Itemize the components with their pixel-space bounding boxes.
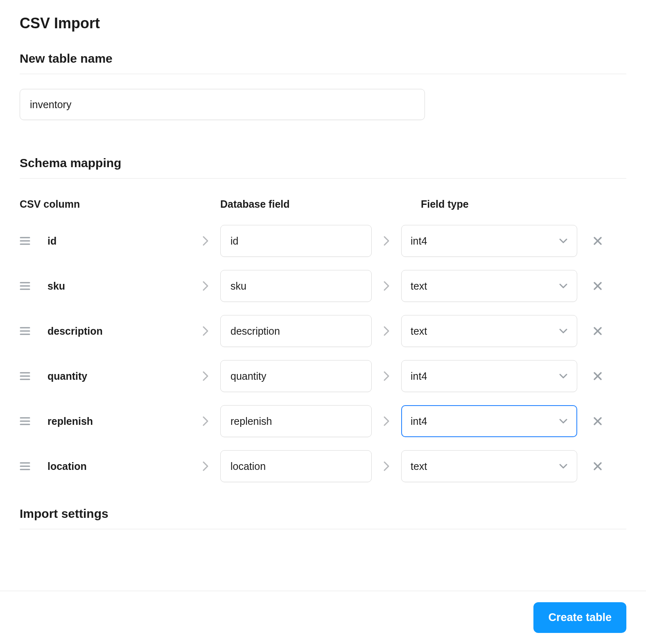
chevron-down-icon [559,328,568,334]
mapping-row: id int4 [20,225,626,257]
chevron-down-icon [559,283,568,289]
section-schema-mapping: Schema mapping CSV column Database field… [20,156,626,482]
field-type-value: text [411,325,427,337]
chevron-right-icon [372,281,401,291]
chevron-right-icon [372,416,401,426]
chevron-right-icon [372,236,401,246]
database-field-input[interactable] [220,450,372,482]
chevron-right-icon [191,416,220,426]
csv-column-label: quantity [47,370,191,382]
field-type-select[interactable]: text [401,315,577,347]
close-icon [593,236,603,246]
chevron-right-icon [372,461,401,472]
chevron-right-icon [191,281,220,291]
page-title: CSV Import [20,15,626,32]
remove-row-button[interactable] [590,458,606,474]
field-type-select[interactable]: int4 [401,360,577,392]
remove-row-button[interactable] [590,413,606,429]
mapping-row: sku text [20,270,626,302]
mapping-row: replenish int4 [20,405,626,437]
table-name-input[interactable] [20,89,425,120]
field-type-value: int4 [411,370,427,382]
import-settings-heading: Import settings [20,507,626,529]
remove-row-button[interactable] [590,368,606,384]
footer-bar: Create table [0,591,646,644]
field-type-select[interactable]: int4 [401,225,577,257]
database-field-input[interactable] [220,315,372,347]
section-import-settings: Import settings [20,507,626,529]
csv-column-label: replenish [47,415,191,427]
field-type-select[interactable]: text [401,270,577,302]
mapping-rows-container: id int4 [20,225,626,482]
close-icon [593,416,603,426]
mapping-row: location text [20,450,626,482]
remove-row-button[interactable] [590,278,606,294]
field-type-value: int4 [411,235,427,247]
field-type-select[interactable]: text [401,450,577,482]
csv-column-label: sku [47,280,191,292]
field-type-value: text [411,280,427,292]
drag-handle-icon[interactable] [20,462,47,471]
database-field-input[interactable] [220,270,372,302]
mapping-row: quantity int4 [20,360,626,392]
chevron-right-icon [191,236,220,246]
csv-column-label: description [47,325,191,337]
chevron-right-icon [372,326,401,336]
header-field-type: Field type [421,198,597,210]
close-icon [593,461,603,471]
chevron-down-icon [559,463,568,469]
remove-row-button[interactable] [590,233,606,249]
database-field-input[interactable] [220,405,372,437]
drag-handle-icon[interactable] [20,417,47,426]
csv-column-label: id [47,235,191,247]
schema-column-headers: CSV column Database field Field type [20,198,626,210]
chevron-right-icon [191,371,220,381]
table-name-heading: New table name [20,52,626,74]
close-icon [593,326,603,336]
field-type-value: text [411,460,427,472]
drag-handle-icon[interactable] [20,236,47,245]
drag-handle-icon[interactable] [20,281,47,290]
database-field-input[interactable] [220,360,372,392]
remove-row-button[interactable] [590,323,606,339]
mapping-row: description text [20,315,626,347]
chevron-right-icon [191,461,220,472]
section-table-name: New table name [20,52,626,120]
field-type-value: int4 [411,415,427,427]
database-field-input[interactable] [220,225,372,257]
field-type-select[interactable]: int4 [401,405,577,437]
chevron-right-icon [191,326,220,336]
close-icon [593,281,603,291]
schema-heading: Schema mapping [20,156,626,179]
header-database-field: Database field [220,198,421,210]
header-csv-column: CSV column [20,198,220,210]
csv-column-label: location [47,460,191,472]
drag-handle-icon[interactable] [20,372,47,381]
chevron-down-icon [559,373,568,379]
chevron-down-icon [559,418,568,424]
drag-handle-icon[interactable] [20,327,47,336]
create-table-button[interactable]: Create table [533,602,626,633]
chevron-down-icon [559,238,568,244]
close-icon [593,371,603,381]
chevron-right-icon [372,371,401,381]
